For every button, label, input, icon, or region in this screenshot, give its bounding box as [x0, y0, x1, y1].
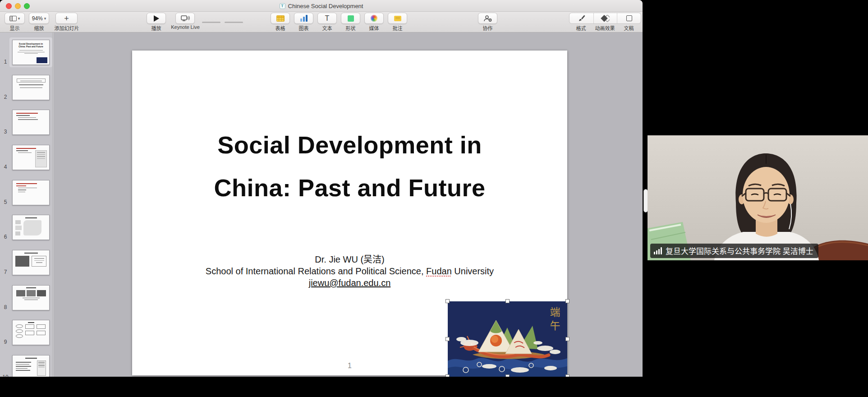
- format-brush-icon: [577, 14, 585, 22]
- slide-canvas: Social Development in China: Past and Fu…: [53, 32, 643, 377]
- slide-thumbnail[interactable]: [12, 250, 50, 275]
- play-icon: [154, 15, 159, 22]
- add-slide-button[interactable]: +: [55, 13, 78, 24]
- format-label: 格式: [569, 24, 593, 32]
- slide-number: 10: [1, 374, 10, 377]
- slide-number: 6: [1, 234, 10, 240]
- view-label: 显示: [5, 24, 25, 32]
- chevron-down-icon: ▾: [44, 16, 46, 21]
- add-slide-label: 添加幻灯片: [51, 24, 83, 32]
- collaborate-button[interactable]: [478, 13, 497, 24]
- festival-image[interactable]: 端午: [448, 301, 567, 377]
- signal-bars-icon: [654, 247, 662, 254]
- slide-navigator: Social Development in China: Past and Fu…: [0, 32, 53, 377]
- document-button[interactable]: [617, 13, 641, 23]
- keynote-live-label: Keynote Live: [167, 24, 204, 30]
- comment-button[interactable]: [388, 13, 407, 24]
- slide-byline[interactable]: Dr. Jie WU (吴洁) School of International …: [132, 254, 567, 289]
- slide-number: 9: [1, 339, 10, 345]
- participant-name: 复旦大学国际关系与公共事务学院 吴洁博士: [666, 245, 813, 256]
- animate-diamond-icon: [601, 15, 610, 22]
- text-icon: T: [325, 14, 330, 23]
- comment-icon: [394, 16, 401, 21]
- zoom-value: 94%: [32, 15, 43, 22]
- slide-thumbnail[interactable]: [12, 215, 50, 240]
- resize-handle-w[interactable]: [445, 337, 450, 341]
- toolbar-spacer: [225, 22, 243, 23]
- zoom-label: 缩放: [29, 24, 49, 32]
- view-icon: [9, 16, 17, 21]
- resize-handle-se[interactable]: [565, 374, 569, 377]
- slide-number: 8: [1, 304, 10, 310]
- current-slide[interactable]: Social Development in China: Past and Fu…: [132, 51, 567, 375]
- shape-icon: [348, 15, 354, 22]
- slide-number: 1: [1, 59, 10, 65]
- slide-title[interactable]: Social Development in China: Past and Fu…: [132, 124, 567, 209]
- document-icon: T: [280, 3, 285, 9]
- table-icon: [276, 15, 285, 22]
- slide-number: 7: [1, 269, 10, 275]
- affiliation-line: School of International Relations and Po…: [132, 265, 567, 277]
- resize-handle-s[interactable]: [505, 374, 510, 377]
- collaborate-icon: [483, 15, 492, 22]
- slide-number: 2: [1, 94, 10, 100]
- slide-number: 5: [1, 199, 10, 205]
- webcam-video: 复旦大学国际关系与公共事务学院 吴洁博士: [648, 135, 868, 260]
- inspector-segment: [569, 13, 641, 24]
- chart-label: 图表: [294, 24, 313, 32]
- chevron-down-icon: ▾: [18, 16, 20, 21]
- chart-icon: [300, 15, 308, 22]
- plus-icon: +: [64, 14, 69, 23]
- slide-thumbnail[interactable]: [12, 75, 50, 100]
- slide-thumbnail[interactable]: [12, 285, 50, 310]
- participant-name-badge: 复旦大学国际关系与公共事务学院 吴洁博士: [650, 244, 818, 258]
- table-button[interactable]: [271, 13, 290, 24]
- comment-label: 批注: [388, 24, 407, 32]
- email-link[interactable]: jiewu@fudan.edu.cn: [132, 277, 567, 289]
- slide-thumbnail[interactable]: [12, 180, 50, 205]
- media-icon: [371, 15, 377, 22]
- collaborate-label: 协作: [478, 24, 497, 32]
- speaker-portrait: [648, 135, 868, 260]
- view-button[interactable]: ▾: [5, 13, 25, 24]
- toolbar: ▾ 94%▾ + T: [0, 12, 643, 32]
- slide-thumbnail[interactable]: [12, 145, 50, 170]
- spellcheck-word: Fudan: [426, 266, 452, 276]
- slide-thumbnail[interactable]: Social Development in China: Past and Fu…: [12, 40, 50, 65]
- format-button[interactable]: [569, 13, 593, 23]
- festival-calligraphy: 端午: [547, 307, 562, 334]
- slide-thumbnail[interactable]: [12, 355, 50, 377]
- resize-handle-nw[interactable]: [445, 299, 450, 303]
- shape-label: 形状: [341, 24, 360, 32]
- play-label: 播放: [147, 24, 166, 32]
- keynote-live-button[interactable]: [175, 13, 195, 24]
- slide-thumbnail[interactable]: [12, 110, 50, 135]
- play-button[interactable]: [147, 13, 166, 24]
- resize-handle-e[interactable]: [565, 337, 569, 341]
- slide-number: 4: [1, 164, 10, 170]
- document-label: 文稿: [617, 24, 641, 32]
- slide-number: 3: [1, 129, 10, 135]
- toolbar-spacer: [202, 22, 220, 23]
- zoom-select[interactable]: 94%▾: [29, 13, 49, 24]
- slide-thumbnail[interactable]: [12, 320, 50, 345]
- media-label: 媒体: [364, 24, 384, 32]
- chart-button[interactable]: [294, 13, 313, 24]
- document-settings-icon: [626, 15, 632, 21]
- resize-handle-ne[interactable]: [565, 299, 569, 303]
- table-label: 表格: [271, 24, 290, 32]
- animate-button[interactable]: [593, 13, 617, 23]
- media-button[interactable]: [364, 13, 384, 24]
- broadcast-icon: [181, 15, 190, 22]
- shape-button[interactable]: [341, 13, 360, 24]
- title-bar: T Chinese Social Development: [0, 0, 643, 12]
- text-label: 文本: [317, 24, 337, 32]
- animate-label: 动画效果: [593, 24, 617, 32]
- resize-handle-n[interactable]: [505, 299, 510, 303]
- keynote-window: T Chinese Social Development ▾ 94%▾ +: [0, 0, 643, 377]
- text-button[interactable]: T: [317, 13, 337, 24]
- author-line: Dr. Jie WU (吴洁): [132, 254, 567, 265]
- window-title: Chinese Social Development: [288, 3, 363, 9]
- resize-handle-sw[interactable]: [445, 374, 450, 377]
